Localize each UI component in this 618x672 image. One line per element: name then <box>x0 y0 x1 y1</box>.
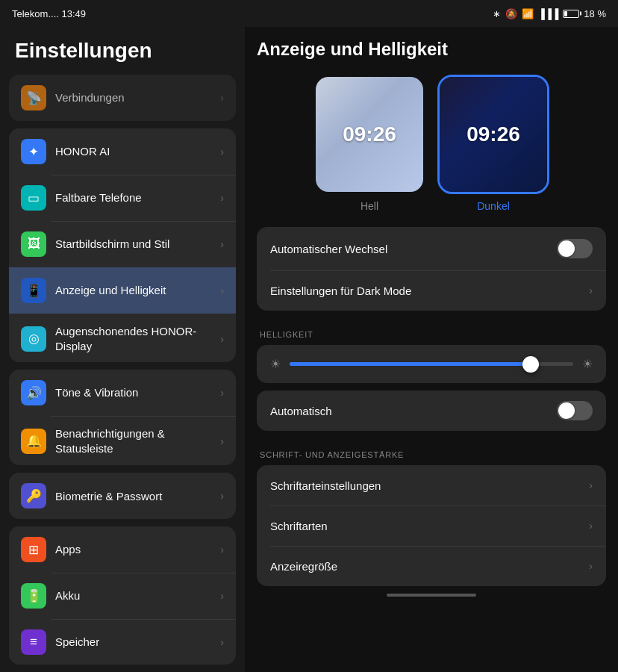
brightness-slider-track[interactable] <box>290 362 573 366</box>
dark-mode-chevron: › <box>589 284 593 296</box>
sidebar: Einstellungen 📡 Verbindungen › ✦ HONOR A… <box>0 27 245 672</box>
font-settings-row[interactable]: Schriftarteinstellungen › <box>257 465 606 505</box>
biometrics-icon: 🔑 <box>21 483 46 508</box>
theme-dark-time: 09:26 <box>466 122 520 146</box>
sidebar-item-honor-ai[interactable]: ✦ HONOR AI › <box>9 128 236 175</box>
theme-preview-dark: 09:26 <box>437 75 549 194</box>
battery-body <box>563 10 579 18</box>
display-size-label: Anzeiregröße <box>270 560 589 573</box>
notifications-icon: 🔔 <box>21 429 46 454</box>
honor-ai-chevron: › <box>220 146 224 158</box>
storage-label: Speicher <box>55 635 99 648</box>
theme-light-background: 09:26 <box>316 77 423 192</box>
sidebar-group-2: 🔊 Töne & Vibration › 🔔 Benachrichtigunge… <box>9 370 236 465</box>
font-settings-label: Schriftarteinstellungen <box>270 479 589 492</box>
sidebar-item-foldable[interactable]: ▭ Faltbare Telefone › <box>9 175 236 221</box>
battery-indicator <box>563 10 579 18</box>
foldable-icon: ▭ <box>21 185 46 211</box>
brightness-row: ☀ ☀ <box>270 357 593 371</box>
auto-switch-row[interactable]: Automatischer Wechsel <box>257 227 606 270</box>
storage-icon: ≡ <box>21 629 46 655</box>
battery-chevron: › <box>220 590 224 602</box>
theme-selector: 09:26 Hell 09:26 Dunkel <box>257 75 606 212</box>
homescreen-icon: 🖼 <box>21 231 46 257</box>
font-settings-card: Schriftarteinstellungen › Schriftarten ›… <box>257 465 606 586</box>
battery-icon-sidebar: 🔋 <box>21 583 46 609</box>
bluetooth-icon: ∗ <box>493 8 501 19</box>
sidebar-title: Einstellungen <box>0 27 245 72</box>
signal-icon: ▐▐▐ <box>538 8 559 19</box>
sounds-label: Töne & Vibration <box>55 386 138 399</box>
dark-mode-settings-row[interactable]: Einstellungen für Dark Mode › <box>257 270 606 311</box>
eye-comfort-label: Augenschonendes HONOR-Display <box>55 325 196 352</box>
theme-preview-light: 09:26 <box>313 75 425 194</box>
display-size-row[interactable]: Anzeiregröße › <box>257 546 606 586</box>
sidebar-group-3: 🔑 Biometrie & Passwort › <box>9 473 236 519</box>
display-icon: 📱 <box>21 278 46 303</box>
auto-switch-label: Automatischer Wechsel <box>270 243 557 255</box>
sidebar-item-notifications[interactable]: 🔔 Benachrichtigungen & Statusleiste › <box>9 416 236 465</box>
carrier-time: Telekom.... 13:49 <box>12 8 86 19</box>
biometrics-chevron: › <box>220 490 224 502</box>
brightness-section-label: HELLIGKEIT <box>257 318 606 345</box>
eye-comfort-icon: ◎ <box>21 326 46 352</box>
theme-dark-label: Dunkel <box>477 200 510 212</box>
main-content: Einstellungen 📡 Verbindungen › ✦ HONOR A… <box>0 27 618 672</box>
sidebar-item-storage[interactable]: ≡ Speicher › <box>9 619 236 665</box>
sidebar-item-biometrics[interactable]: 🔑 Biometrie & Passwort › <box>9 473 236 519</box>
display-chevron: › <box>220 284 224 296</box>
brightness-slider-fill <box>290 362 531 366</box>
sidebar-item-verbindungen[interactable]: 📡 Verbindungen › <box>9 75 236 121</box>
fonts-chevron: › <box>589 520 593 532</box>
apps-chevron: › <box>220 544 224 556</box>
theme-dark-background: 09:26 <box>440 77 547 192</box>
sidebar-item-homescreen[interactable]: 🖼 Startbildschirm und Stil › <box>9 221 236 267</box>
brightness-auto-row[interactable]: Automatisch <box>257 391 606 431</box>
brightness-auto-label: Automatisch <box>270 405 557 417</box>
dark-mode-settings-label: Einstellungen für Dark Mode <box>270 284 589 297</box>
sounds-icon: 🔊 <box>21 380 46 405</box>
theme-option-dark[interactable]: 09:26 Dunkel <box>437 75 549 212</box>
status-bar: Telekom.... 13:49 ∗ 🔕 📶 ▐▐▐ 18 % <box>0 0 618 27</box>
scroll-indicator <box>387 594 476 597</box>
silent-icon: 🔕 <box>505 8 517 19</box>
auto-switch-knob <box>558 240 575 257</box>
homescreen-chevron: › <box>220 238 224 250</box>
brightness-auto-toggle[interactable] <box>557 401 593 420</box>
right-panel-title: Anzeige und Helligkeit <box>257 39 606 60</box>
battery-percent: 18 % <box>584 8 606 19</box>
foldable-chevron: › <box>220 192 224 204</box>
sidebar-item-display[interactable]: 📱 Anzeige und Helligkeit › <box>9 267 236 314</box>
battery-fill <box>564 11 566 16</box>
sidebar-item-eye-comfort[interactable]: ◎ Augenschonendes HONOR-Display › <box>9 314 236 362</box>
theme-option-light[interactable]: 09:26 Hell <box>313 75 425 212</box>
storage-chevron: › <box>220 636 224 648</box>
sidebar-item-sounds[interactable]: 🔊 Töne & Vibration › <box>9 370 236 416</box>
biometrics-label: Biometrie & Passwort <box>55 490 162 503</box>
brightness-auto-knob <box>558 402 575 419</box>
display-label: Anzeige und Helligkeit <box>55 284 166 296</box>
battery-label: Akku <box>55 589 80 602</box>
auto-switch-toggle[interactable] <box>557 239 593 258</box>
honor-ai-label: HONOR AI <box>55 145 110 158</box>
display-size-chevron: › <box>589 560 593 572</box>
right-panel: Anzeige und Helligkeit 09:26 Hell 09:26 … <box>245 27 618 672</box>
sidebar-item-apps[interactable]: ⊞ Apps › <box>9 526 236 573</box>
theme-light-time: 09:26 <box>343 122 396 146</box>
brightness-slider-container: ☀ ☀ <box>257 345 606 383</box>
brightness-slider-knob[interactable] <box>522 356 539 373</box>
notifications-label: Benachrichtigungen & Statusleiste <box>55 427 165 455</box>
fonts-row[interactable]: Schriftarten › <box>257 505 606 546</box>
brightness-high-icon: ☀ <box>582 357 593 371</box>
theme-light-label: Hell <box>360 200 378 212</box>
verbindungen-label: Verbindungen <box>55 91 125 104</box>
verbindungen-icon: 📡 <box>21 85 46 111</box>
font-settings-chevron: › <box>589 479 593 491</box>
sidebar-group-1: ✦ HONOR AI › ▭ Faltbare Telefone › 🖼 Sta… <box>9 128 236 362</box>
sidebar-item-battery[interactable]: 🔋 Akku › <box>9 573 236 619</box>
display-settings-card: Automatischer Wechsel Einstellungen für … <box>257 227 606 311</box>
sidebar-group-4: ⊞ Apps › 🔋 Akku › ≡ Speicher › <box>9 526 236 665</box>
apps-label: Apps <box>55 543 81 556</box>
apps-icon: ⊞ <box>21 537 46 562</box>
foldable-label: Faltbare Telefone <box>55 191 142 204</box>
